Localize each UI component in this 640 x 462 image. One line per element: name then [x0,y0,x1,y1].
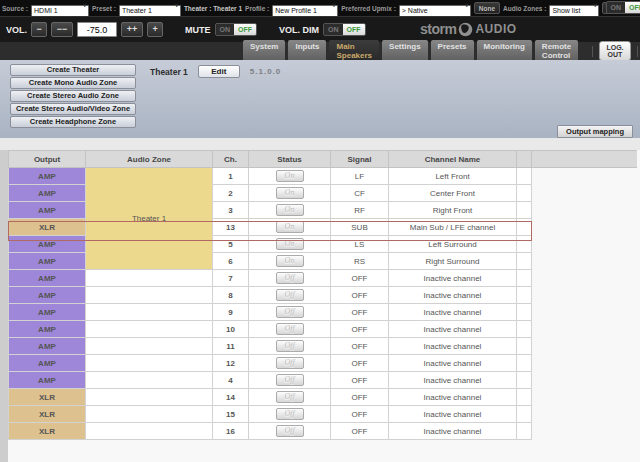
output-type-cell: AMP [9,321,86,338]
row-spacer-cell [517,372,532,389]
zone-panel: Create TheaterCreate Mono Audio ZoneCrea… [0,60,640,138]
create-mono-audio-zone-button[interactable]: Create Mono Audio Zone [10,77,136,89]
table-row-ch-11: AMP11OffOFFInactive channel [9,338,532,355]
tab-presets[interactable]: Presets [431,40,474,62]
output-type-cell: XLR [9,389,86,406]
row-spacer-cell [517,355,532,372]
audio-zones-select-wrap: Show list [549,0,599,17]
tab-main-speakers[interactable]: Main Speakers [329,40,379,62]
audio-zone-cell [86,321,213,338]
table-row-ch-15: XLR15OffOFFInactive channel [9,406,532,423]
tab-inputs[interactable]: Inputs [288,40,326,62]
mute-off-segment[interactable]: OFF [234,24,256,35]
channel-name-cell: Inactive channel [389,338,517,355]
audio-zones-label: Audio Zones : [503,5,546,12]
vol-dim-on-segment[interactable]: ON [324,24,343,35]
volume-down-big-button[interactable]: −− [51,22,73,37]
profile-select[interactable]: New Profile 1 [272,5,338,17]
audio-zone-cell [86,423,213,440]
audio-zones-select[interactable]: Show list [549,5,599,17]
status-cell: Off [249,355,331,372]
volume-value-input[interactable] [77,22,117,37]
status-toggle-button[interactable]: On [276,221,304,233]
table-header-extension [531,150,637,168]
channel-number-cell: 10 [213,321,249,338]
channel-number-cell: 4 [213,372,249,389]
status-cell: On [249,253,331,270]
upmix-select[interactable]: > Native [399,5,471,17]
output-type-cell: XLR [9,219,86,236]
status-toggle-button[interactable]: Off [276,272,304,284]
create-headphone-zone-button[interactable]: Create Headphone Zone [10,116,136,128]
channel-number-cell: 6 [213,253,249,270]
status-toggle-button[interactable]: Off [276,374,304,386]
panel-table-gap [0,138,640,150]
status-toggle-button[interactable]: Off [276,425,304,437]
volume-up-big-button[interactable]: ++ [121,22,143,37]
left-margin-strip [0,150,8,462]
row-spacer-cell [517,406,532,423]
status-cell: On [249,236,331,253]
power-off-segment[interactable]: OFF [625,2,640,13]
mute-on-segment[interactable]: ON [216,24,235,35]
status-toggle-button[interactable]: Off [276,289,304,301]
status-cell: Off [249,270,331,287]
tab-system[interactable]: System [243,40,285,62]
status-toggle-button[interactable]: On [276,204,304,216]
source-select[interactable]: HDMI 1 [31,5,89,17]
output-mapping-button[interactable]: Output mapping [557,125,633,138]
status-cell: Off [249,372,331,389]
signal-cell: OFF [331,321,389,338]
tab-monitoring[interactable]: Monitoring [477,40,532,62]
column-header-output: Output [9,151,86,168]
status-toggle-button[interactable]: Off [276,323,304,335]
table-row-ch-1: AMPTheater 11OnLFLeft Front [9,168,532,185]
theater-name: Theater 1 [150,67,188,77]
column-header-status: Status [249,151,331,168]
status-toggle-button[interactable]: Off [276,340,304,352]
tab-settings[interactable]: Settings [382,40,428,62]
volume-up-small-button[interactable]: + [147,22,163,37]
power-on-segment[interactable]: ON [607,2,626,13]
power-toggle[interactable]: ON OFF [606,1,640,14]
tab-remote-control[interactable]: Remote Control [535,40,578,62]
channel-number-cell: 16 [213,423,249,440]
logout-button[interactable]: LOG. OUT [599,41,631,61]
status-toggle-button[interactable]: Off [276,391,304,403]
main-tab-bar: SystemInputsMain SpeakersSettingsPresets… [0,42,640,60]
status-toggle-button[interactable]: On [276,170,304,182]
status-toggle-button[interactable]: Off [276,357,304,369]
audio-zone-cell [86,389,213,406]
status-toggle-button[interactable]: Off [276,306,304,318]
row-spacer-cell [517,287,532,304]
column-header-channel-name: Channel Name [389,151,517,168]
none-button[interactable]: None [474,2,500,14]
create-stereo-audio-video-zone-button[interactable]: Create Stereo Audio/Video Zone [10,103,136,115]
signal-cell: OFF [331,355,389,372]
vol-dim-off-segment[interactable]: OFF [343,24,365,35]
status-toggle-button[interactable]: On [276,255,304,267]
volume-down-small-button[interactable]: − [31,22,47,37]
channel-number-cell: 7 [213,270,249,287]
status-cell: On [249,202,331,219]
status-toggle-button[interactable]: On [276,187,304,199]
status-toggle-button[interactable]: Off [276,408,304,420]
vol-dim-toggle[interactable]: ON OFF [323,23,366,36]
channel-name-cell: Inactive channel [389,423,517,440]
signal-cell: OFF [331,389,389,406]
table-row-ch-14: XLR14OffOFFInactive channel [9,389,532,406]
table-row-ch-4: AMP4OffOFFInactive channel [9,372,532,389]
preset-select[interactable]: Theater 1 [119,5,181,17]
channel-name-cell: Inactive channel [389,355,517,372]
create-theater-button[interactable]: Create Theater [10,64,136,76]
status-toggle-button[interactable]: On [276,238,304,250]
source-select-wrap: HDMI 1 [31,0,89,17]
signal-cell: OFF [331,406,389,423]
logo-storm-text: storm [420,21,456,37]
edit-theater-button[interactable]: Edit [198,65,240,78]
row-spacer-cell [517,423,532,440]
row-spacer-cell [517,185,532,202]
top-status-bar: Source : HDMI 1 Preset : Theater 1 Theat… [0,0,640,16]
mute-toggle[interactable]: ON OFF [215,23,258,36]
create-stereo-audio-zone-button[interactable]: Create Stereo Audio Zone [10,90,136,102]
